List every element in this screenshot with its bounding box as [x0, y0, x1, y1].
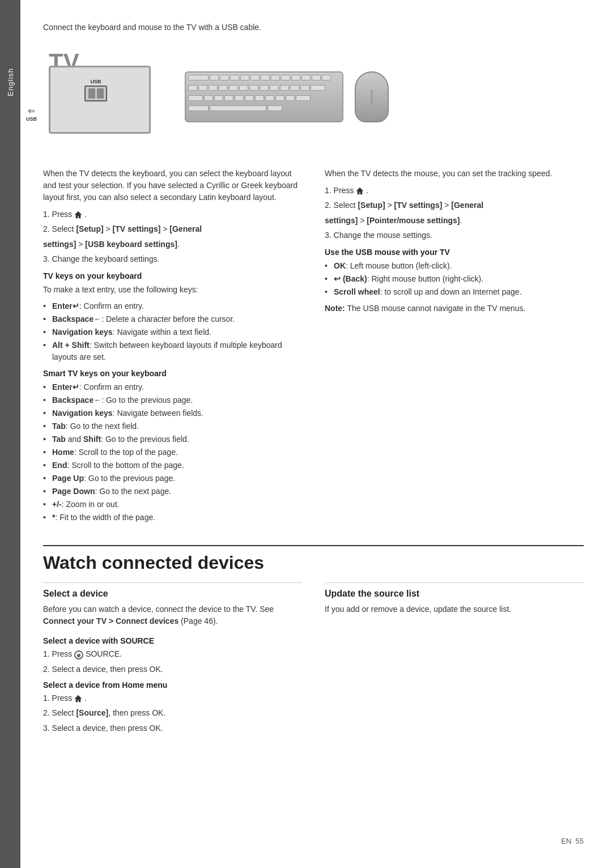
key	[271, 75, 280, 80]
watch-title: Watch connected devices	[43, 552, 584, 573]
smart-tv-keys-list: Enter↵: Confirm an entry. Backspace←: Go…	[43, 381, 302, 524]
key	[188, 105, 209, 111]
list-item: ↩ (Back): Right mouse button (right-clic…	[325, 273, 584, 285]
side-tab-label: English	[6, 68, 15, 96]
right-step2b: settings] > [Pointer/mouse settings].	[325, 214, 584, 227]
list-item: Enter↵: Confirm an entry.	[43, 300, 302, 312]
step1-press-label: 1. Press	[43, 210, 74, 219]
usb-ports-top: USB	[84, 79, 107, 101]
key	[290, 85, 299, 91]
home-step1: 1. Press .	[43, 692, 302, 704]
usb-slot-1	[88, 88, 95, 99]
footer-lang: EN	[561, 837, 571, 845]
right-step3: 3. Change the mouse settings.	[325, 229, 584, 241]
key	[224, 95, 233, 101]
list-item: Navigation keys: Navigate within a text …	[43, 326, 302, 338]
usb-ports-box	[84, 86, 107, 101]
note-label: Note:	[325, 304, 345, 313]
key	[209, 85, 218, 91]
keyboard-mouse-area	[185, 71, 389, 122]
key	[286, 95, 295, 101]
key	[312, 75, 321, 80]
usb-label-top: USB	[90, 79, 101, 84]
home-step2: 2. Select [Source], then press OK.	[43, 707, 302, 719]
keyboard-intro-text: When the TV detects the keyboard, you ca…	[43, 168, 302, 203]
svg-marker-1	[356, 188, 363, 194]
note-body: The USB mouse cannot navigate in the TV …	[345, 304, 526, 313]
key	[301, 75, 311, 80]
main-content: Connect the keyboard and mouse to the TV…	[20, 0, 612, 868]
source-step2: 2. Select a device, then press OK.	[43, 663, 302, 675]
home-menu-heading: Select a device from Home menu	[43, 680, 302, 690]
key	[270, 85, 279, 91]
home-step3: 3. Select a device, then press OK.	[43, 722, 302, 734]
key	[220, 75, 229, 80]
key	[249, 85, 258, 91]
usb-side: ⇐ USB	[26, 105, 37, 122]
left-step3: 3. Change the keyboard settings.	[43, 253, 302, 265]
key	[214, 95, 223, 101]
left-step2b: settings] > [USB keyboard settings].	[43, 238, 302, 250]
usb-label-side: USB	[26, 116, 37, 122]
key	[261, 75, 270, 80]
usb-mouse-keys-list: OK: Left mouse button (left-click). ↩ (B…	[325, 260, 584, 298]
key	[311, 85, 325, 91]
key	[265, 95, 274, 101]
home-icon-watch	[74, 693, 84, 703]
list-item: Page Up: Go to the previous page.	[43, 473, 302, 484]
key	[296, 95, 311, 101]
left-step2: 2. Select [Setup] > [TV settings] > [Gen…	[43, 223, 302, 235]
key	[250, 75, 260, 80]
key	[322, 75, 331, 80]
key	[188, 85, 197, 91]
list-item: Backspace←: Delete a character before th…	[43, 313, 302, 325]
tv-illustration: TV USB ⇐ USB	[43, 43, 584, 151]
key	[240, 75, 249, 80]
key	[300, 85, 309, 91]
key	[267, 105, 282, 111]
note-text: Note: The USB mouse cannot navigate in t…	[325, 303, 584, 314]
mouse-scroll-line	[372, 90, 372, 104]
key	[230, 75, 239, 80]
key	[291, 75, 300, 80]
connect-tv-link: Connect your TV > Connect devices	[43, 616, 178, 626]
source-step1: 1. Press ⊕ SOURCE.	[43, 648, 302, 661]
home-icon	[74, 210, 84, 219]
list-item: Navigation keys: Navigate between fields…	[43, 407, 302, 419]
usb-keyboard-bracket: [USB keyboard settings]	[85, 240, 177, 249]
list-item: +/-: Zoom in or out.	[43, 499, 302, 510]
list-item: Scroll wheel: to scroll up and down an I…	[325, 286, 584, 298]
tv-keys-heading: TV keys on your keyboard	[43, 271, 302, 280]
tv-keys-intro: To make a text entry, use the following …	[43, 284, 302, 296]
right-step1: 1. Press .	[325, 184, 584, 197]
keyboard-image	[185, 71, 343, 122]
two-column-section: When the TV detects the keyboard, you ca…	[43, 168, 584, 528]
list-item: Backspace←: Go to the previous page.	[43, 394, 302, 406]
update-source-text: If you add or remove a device, update th…	[325, 603, 584, 615]
page-number: 55	[576, 837, 584, 845]
key	[235, 95, 244, 101]
right-column: When the TV detects the mouse, you can s…	[325, 168, 584, 528]
list-item: OK: Left mouse button (left-click).	[325, 260, 584, 272]
update-source-section: Update the source list If you add or rem…	[325, 582, 584, 615]
update-source-heading: Update the source list	[325, 589, 584, 599]
key	[239, 85, 248, 91]
key	[188, 95, 203, 101]
source-icon: ⊕	[74, 650, 86, 659]
key	[204, 95, 213, 101]
key	[255, 95, 264, 101]
settings-label: settings]	[43, 240, 76, 249]
key	[275, 95, 284, 101]
intro-text: Connect the keyboard and mouse to the TV…	[43, 23, 584, 32]
setup-bracket: [Setup]	[76, 224, 103, 233]
source-heading: Select a device with SOURCE	[43, 636, 302, 645]
list-item: Alt + Shift: Switch between keyboard lay…	[43, 339, 302, 363]
page-footer: EN 55	[43, 826, 584, 845]
watch-two-col: Select a device Before you can watch a d…	[43, 582, 584, 737]
select-device-heading: Select a device	[43, 589, 302, 599]
tv-screen: USB	[49, 66, 151, 134]
key	[280, 85, 289, 91]
key	[219, 85, 228, 91]
watch-section: Watch connected devices Select a device …	[43, 545, 584, 748]
list-item: Enter↵: Confirm an entry.	[43, 381, 302, 393]
